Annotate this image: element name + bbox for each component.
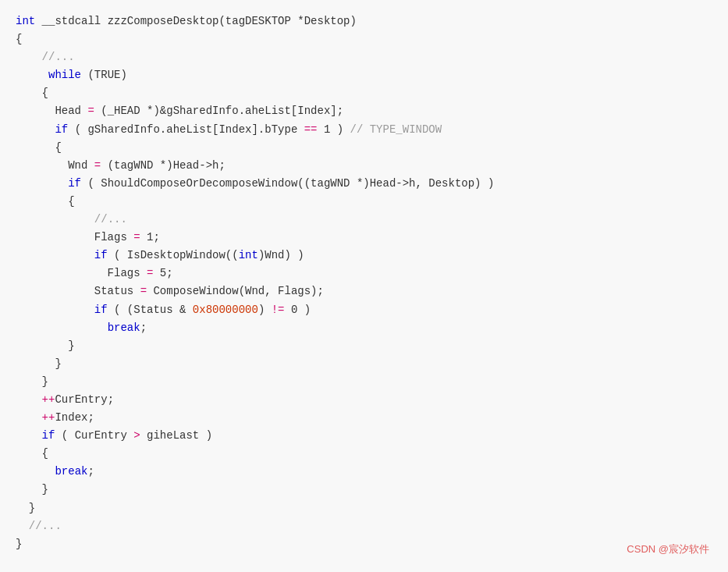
watermark: CSDN @宸汐软件 (627, 542, 709, 558)
watermark-prefix: CSDN @ (627, 543, 669, 555)
code-block: int __stdcall zzzComposeDesktop(tagDESKT… (16, 12, 712, 553)
code-container: int __stdcall zzzComposeDesktop(tagDESKT… (0, 0, 728, 572)
watermark-brand: 宸汐软件 (669, 543, 709, 555)
